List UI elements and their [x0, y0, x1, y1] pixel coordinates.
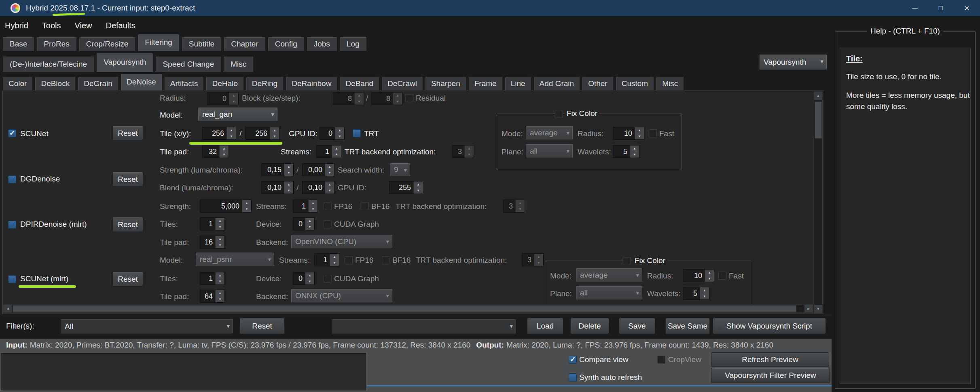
show-vapoursynth-script-button[interactable]: Show Vapoursynth Script: [713, 318, 826, 334]
scunet-model-dropdown[interactable]: real_gan: [198, 107, 277, 121]
dg-strength-luma-spinner[interactable]: 0,15: [261, 163, 294, 176]
spinner-arrows-icon[interactable]: [215, 218, 224, 230]
spinner-arrows-icon[interactable]: [413, 181, 423, 194]
tab-prores[interactable]: ProRes: [36, 37, 76, 51]
dpir-cuda-graph-checkbox[interactable]: [324, 220, 332, 228]
scunet-tile-y-spinner[interactable]: 256: [246, 127, 279, 140]
dg-blend-chroma-spinner[interactable]: 0,10: [302, 181, 334, 194]
delete-button[interactable]: Delete: [570, 318, 609, 334]
tab-custom[interactable]: Custom: [616, 76, 654, 91]
dpir-tile-pad-spinner[interactable]: 16: [200, 236, 225, 249]
scunet-trt-opt-spinner[interactable]: 3: [452, 145, 474, 158]
scroll-up-icon[interactable]: ▲: [814, 92, 822, 100]
scunet-streams-spinner[interactable]: 1: [316, 145, 341, 158]
scroll-left-icon[interactable]: ◄: [4, 305, 12, 312]
block-size-spinner[interactable]: 8: [333, 92, 364, 105]
tab-line[interactable]: Line: [505, 76, 531, 91]
tab-filtering[interactable]: Filtering: [138, 34, 180, 51]
tab-subtitle[interactable]: Subtitle: [182, 37, 222, 51]
scunet-mlrt-bf16-checkbox[interactable]: [382, 256, 390, 264]
scunet-tile-pad-spinner[interactable]: 32: [202, 145, 229, 158]
tab-frame[interactable]: Frame: [468, 76, 503, 91]
refresh-preview-button[interactable]: Refresh Preview: [711, 352, 829, 367]
spinner-arrows-icon[interactable]: [354, 93, 364, 105]
spinner-arrows-icon[interactable]: [325, 164, 334, 176]
synth-auto-refresh-checkbox[interactable]: [569, 373, 577, 381]
spinner-arrows-icon[interactable]: [332, 145, 341, 158]
spinner-arrows-icon[interactable]: [215, 290, 224, 302]
tab-misc-sub[interactable]: Misc: [223, 56, 254, 72]
spinner-arrows-icon[interactable]: [215, 236, 224, 248]
spinner-arrows-icon[interactable]: [335, 127, 344, 139]
scunet-mlrt-cuda-graph-checkbox[interactable]: [324, 275, 332, 283]
fix-color-1-mode-dropdown[interactable]: average: [526, 126, 573, 140]
spinner-arrows-icon[interactable]: [270, 127, 279, 139]
scunet-mlrt-reset-button[interactable]: Reset: [112, 272, 143, 287]
menu-defaults[interactable]: Defaults: [106, 21, 135, 30]
horizontal-scrollbar-thumb[interactable]: [13, 305, 796, 312]
tab-config[interactable]: Config: [268, 37, 305, 51]
spinner-arrows-icon[interactable]: [242, 200, 251, 212]
tab-artifacts[interactable]: Artifacts: [164, 76, 204, 91]
dpir-streams-spinner[interactable]: 1: [293, 200, 318, 213]
tab-derainbow[interactable]: DeRainbow: [286, 76, 337, 91]
menu-tools[interactable]: Tools: [42, 21, 61, 30]
tab-sharpen[interactable]: Sharpen: [425, 76, 466, 91]
tab-degrain[interactable]: DeGrain: [78, 76, 119, 91]
tab-dering[interactable]: DeRing: [246, 76, 284, 91]
save-same-button[interactable]: Save Same: [665, 318, 710, 334]
spinner-arrows-icon[interactable]: [705, 270, 714, 282]
block-step-spinner[interactable]: 8: [371, 92, 402, 105]
dg-strength-chroma-spinner[interactable]: 0,00: [302, 163, 334, 176]
scroll-right-icon[interactable]: ►: [804, 305, 813, 312]
fix-color-1-plane-dropdown[interactable]: all: [526, 144, 573, 158]
cropview-checkbox[interactable]: [657, 356, 665, 364]
compare-view-checkbox[interactable]: [569, 356, 577, 364]
dgdenoise-reset-button[interactable]: Reset: [112, 172, 143, 187]
scunet-mlrt-fp16-checkbox[interactable]: [345, 256, 353, 264]
tab-jobs[interactable]: Jobs: [307, 37, 337, 51]
spinner-arrows-icon[interactable]: [700, 287, 709, 299]
scunet-trt-checkbox[interactable]: [353, 129, 361, 137]
maximize-button[interactable]: [928, 0, 954, 16]
close-button[interactable]: [954, 0, 980, 16]
spinner-arrows-icon[interactable]: [219, 145, 229, 158]
spinner-arrows-icon[interactable]: [534, 254, 543, 266]
menu-view[interactable]: View: [75, 21, 92, 30]
spinner-arrows-icon[interactable]: [464, 145, 474, 158]
load-button[interactable]: Load: [527, 318, 563, 334]
save-button[interactable]: Save: [619, 318, 655, 334]
tab-color[interactable]: Color: [2, 76, 33, 91]
fix-color-2-wavelets-spinner[interactable]: 5: [683, 287, 709, 300]
fix-color-2-fast-checkbox[interactable]: [718, 272, 726, 280]
dpir-fp16-checkbox[interactable]: [324, 202, 332, 210]
dpirdenoise-checkbox[interactable]: [8, 221, 16, 229]
scunet-mlrt-checkbox[interactable]: [8, 275, 16, 283]
scunet-mlrt-tiles-spinner[interactable]: 1: [200, 272, 225, 285]
spinner-arrows-icon[interactable]: [215, 272, 224, 285]
spinner-arrows-icon[interactable]: [305, 218, 314, 230]
tab-deinterlace-telecine[interactable]: (De-)Interlace/Telecine: [2, 56, 94, 72]
spinner-arrows-icon[interactable]: [325, 181, 334, 194]
dg-gpu-spinner[interactable]: 255: [389, 181, 423, 194]
tab-speed-change[interactable]: Speed Change: [155, 56, 221, 72]
tab-crop-resize[interactable]: Crop/Resize: [79, 37, 136, 51]
scunet-gpu-spinner[interactable]: 0: [320, 127, 345, 140]
spinner-arrows-icon[interactable]: [635, 127, 644, 139]
residual-checkbox[interactable]: [405, 94, 413, 102]
fix-color-1-wavelets-spinner[interactable]: 5: [613, 145, 639, 158]
scunet-reset-button[interactable]: Reset: [112, 126, 143, 141]
scunet-mlrt-backend-dropdown[interactable]: ONNX (CPU): [291, 289, 392, 303]
scunet-mlrt-tile-pad-spinner[interactable]: 64: [200, 290, 225, 303]
tab-other[interactable]: Other: [582, 76, 614, 91]
fix-color-2-checkbox[interactable]: [623, 257, 631, 265]
spinner-arrows-icon[interactable]: [330, 254, 339, 266]
tab-dehalo[interactable]: DeHalo: [206, 76, 243, 91]
dgdenoise-checkbox[interactable]: [8, 175, 16, 183]
preset-dropdown[interactable]: [332, 319, 516, 333]
scroll-down-icon[interactable]: ▼: [814, 305, 822, 313]
spinner-arrows-icon[interactable]: [393, 93, 402, 105]
fix-color-2-plane-dropdown[interactable]: all: [576, 286, 642, 300]
scunet-mlrt-device-spinner[interactable]: 0: [293, 272, 315, 285]
tab-decrawl[interactable]: DeCrawl: [381, 76, 423, 91]
